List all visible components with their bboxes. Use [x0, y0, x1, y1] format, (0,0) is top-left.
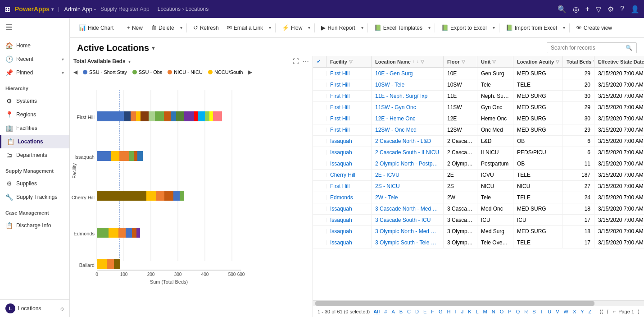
alpha-nav-char[interactable]: R [522, 308, 530, 315]
row-facility[interactable]: Issaquah [327, 215, 372, 225]
row-check[interactable] [313, 218, 327, 222]
alpha-nav-char[interactable]: S [531, 308, 537, 315]
email-dropdown[interactable]: ▾ [268, 23, 272, 32]
refresh-button[interactable]: ↺ Refresh [190, 22, 222, 33]
alpha-nav-char[interactable]: L [474, 308, 480, 315]
create-view-button[interactable]: 👁 Create view [572, 22, 616, 33]
horizontal-scrollbar[interactable] [313, 300, 644, 306]
alpha-nav-char[interactable]: G [437, 308, 444, 315]
new-button[interactable]: + New [123, 22, 146, 33]
row-facility[interactable]: First Hill [327, 102, 372, 113]
col-floor-header[interactable]: Floor ▽ [444, 56, 477, 67]
row-facility[interactable]: Issaquah [327, 136, 372, 147]
alpha-nav-char[interactable]: O [498, 308, 506, 315]
excel-templates-dropdown[interactable]: ▾ [427, 23, 432, 32]
row-location[interactable]: 11E - Neph. Surg/Txp [372, 91, 444, 101]
row-check[interactable] [313, 150, 327, 155]
refresh-icon[interactable]: ◎ [573, 5, 579, 14]
row-location[interactable]: 10SW - Tele [372, 79, 444, 90]
row-check[interactable] [313, 139, 327, 143]
export-excel-button[interactable]: 📗 Export to Excel [438, 22, 490, 33]
sidebar-item-home[interactable]: 🏠 Home [0, 39, 69, 52]
add-icon[interactable]: + [585, 5, 590, 13]
sidebar-toggle[interactable]: ☰ [0, 18, 69, 37]
flow-button[interactable]: ⚡ Flow [278, 22, 306, 33]
search-icon[interactable]: 🔍 [626, 45, 632, 51]
row-facility[interactable]: First Hill [327, 124, 372, 135]
row-check[interactable] [313, 83, 327, 87]
row-facility[interactable]: First Hill [327, 113, 372, 124]
floor-filter-icon[interactable]: ▽ [462, 59, 465, 64]
import-dropdown[interactable]: ▾ [562, 23, 567, 32]
alpha-nav-char[interactable]: I [454, 308, 458, 315]
page-first-icon[interactable]: ⟨⟨ [599, 309, 603, 315]
row-location[interactable]: 2W - Tele [372, 192, 444, 203]
location-filter-icon[interactable]: ▽ [421, 59, 424, 64]
alpha-nav-char[interactable]: C [405, 308, 413, 315]
alpha-nav-char[interactable]: B [398, 308, 404, 315]
import-excel-button[interactable]: 📗 Import from Excel [502, 22, 561, 33]
row-check[interactable] [313, 229, 327, 234]
scroll-thumb[interactable] [315, 301, 594, 306]
search-input[interactable] [551, 45, 623, 51]
row-facility[interactable]: First Hill [327, 68, 372, 79]
col-facility-header[interactable]: Facility ▽ [327, 56, 372, 67]
col-unit-header[interactable]: Unit ▽ [477, 56, 513, 67]
row-location[interactable]: 11SW - Gyn Onc [372, 102, 444, 113]
row-location[interactable]: 12SW - Onc Med [372, 124, 444, 135]
sidebar-item-facilities[interactable]: 🏢 Facilities [0, 121, 69, 135]
col-location-header[interactable]: Location Name ↑ ↓ ▽ [372, 56, 444, 67]
row-location[interactable]: 3 Olympic South - Tele Overfo [372, 237, 444, 248]
help-icon[interactable]: ? [620, 5, 624, 13]
row-check[interactable] [313, 116, 327, 121]
alpha-nav-char[interactable]: U [546, 308, 553, 315]
sidebar-item-regions[interactable]: 📍 Regions [0, 108, 69, 121]
settings-icon[interactable]: ⚙ [608, 5, 614, 14]
location-sort-down-icon[interactable]: ↓ [417, 59, 419, 64]
run-report-button[interactable]: ▶ Run Report [317, 22, 358, 33]
alpha-nav-char[interactable]: A [390, 308, 396, 315]
sidebar-item-supplies[interactable]: ⚙ Supplies [0, 177, 69, 190]
row-check[interactable] [313, 128, 327, 132]
alpha-nav-char[interactable]: Y [579, 308, 585, 315]
row-check[interactable] [313, 94, 327, 98]
row-location[interactable]: 2 Cascade South - II NICU [372, 147, 444, 158]
page-title-dropdown[interactable]: ▾ [152, 44, 155, 51]
filter-icon[interactable]: ▽ [596, 5, 601, 14]
alpha-nav-char[interactable]: # [382, 308, 389, 315]
col-acuity-header[interactable]: Location Acuity ▽ [513, 56, 563, 67]
row-facility[interactable]: Cherry Hill [327, 170, 372, 180]
location-sort-up-icon[interactable]: ↑ [413, 59, 415, 64]
alpha-nav-char[interactable]: M [481, 308, 489, 315]
legend-prev[interactable]: ◀ [73, 69, 77, 75]
apps-icon[interactable]: ⊞ [5, 5, 10, 14]
facility-filter-icon[interactable]: ▽ [349, 59, 353, 64]
alpha-nav-char[interactable]: W [562, 308, 570, 315]
row-check[interactable] [313, 240, 327, 245]
alpha-nav-char[interactable]: F [429, 308, 436, 315]
alpha-nav-char[interactable]: E [422, 308, 428, 315]
brand-caret[interactable]: ▾ [51, 7, 54, 12]
row-location[interactable]: 2 Olympic North - Postpartum [372, 158, 444, 169]
sidebar-item-systems[interactable]: ⚙ Systems [0, 94, 69, 108]
report-dropdown[interactable]: ▾ [360, 23, 365, 32]
chart-title-dropdown[interactable]: ▾ [128, 59, 131, 64]
alpha-nav-char[interactable]: V [554, 308, 561, 315]
row-location[interactable]: 2 Cascade North - L&D [372, 136, 444, 147]
sidebar-item-locations[interactable]: 📋 Locations [0, 135, 69, 148]
row-location[interactable]: 2S - NICU [372, 181, 444, 192]
alpha-nav-char[interactable]: Z [587, 308, 594, 315]
delete-button[interactable]: 🗑 Delete [147, 22, 178, 33]
page-prev-icon[interactable]: ⟨ [607, 309, 608, 315]
chart-expand-icon[interactable]: ⛶ [293, 58, 299, 65]
alpha-nav-char[interactable]: K [466, 308, 473, 315]
sidebar-item-departments[interactable]: 🗂 Departments [0, 148, 69, 162]
row-facility[interactable]: Issaquah [327, 203, 372, 214]
row-check[interactable] [313, 71, 327, 76]
col-beds-header[interactable]: Total Beds ▽ [563, 56, 594, 67]
row-facility[interactable]: Issaquah [327, 158, 372, 169]
row-facility[interactable]: Issaquah [327, 237, 372, 248]
sidebar-item-pinned[interactable]: 📌 Pinned ▾ [0, 66, 69, 79]
alpha-nav-char[interactable]: D [413, 308, 421, 315]
hide-chart-button[interactable]: 📊 Hide Chart [75, 22, 117, 33]
